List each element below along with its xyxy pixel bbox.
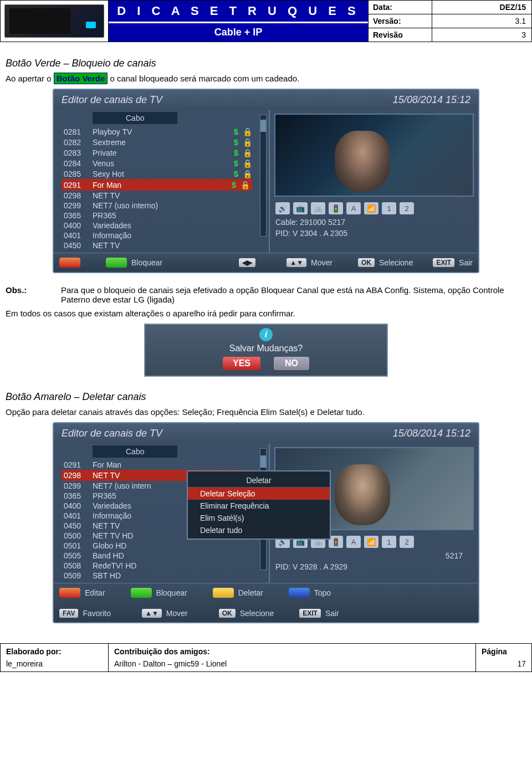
channel-row[interactable]: 0291For Man — [64, 460, 252, 470]
info-label-data: Data: — [369, 1, 432, 14]
a-icon[interactable]: A — [346, 202, 361, 214]
yellow-button-icon[interactable] — [213, 588, 234, 598]
tv-datetime: 15/08/2014 15:12 — [393, 94, 470, 106]
bike-icon[interactable]: 🚲 — [311, 202, 325, 214]
exit-key-icon-2[interactable]: EXIT — [299, 609, 321, 618]
channel-row[interactable]: 0509SBT HD — [64, 571, 252, 581]
channel-row[interactable]: 0299NET7 (uso interno) — [64, 201, 252, 211]
dialog-yes-button[interactable]: YES — [223, 357, 260, 370]
red-button-icon[interactable] — [59, 258, 80, 268]
blue-button-icon[interactable] — [289, 588, 310, 598]
lock-icon: 🔒 — [243, 148, 252, 157]
dollar-icon: $ — [234, 169, 238, 178]
dollar-icon: $ — [234, 127, 238, 136]
info-val-data: DEZ/15 — [432, 1, 531, 14]
channel-row[interactable]: 0501Globo HD — [64, 541, 252, 551]
exit-key-icon[interactable]: EXIT — [433, 258, 454, 267]
obs-block: Obs.: Para que o bloqueio de canais seja… — [6, 285, 526, 304]
green-button-icon[interactable] — [106, 258, 127, 268]
dialog-no-button[interactable]: NO — [274, 357, 309, 370]
section-heading-green: Botão Verde – Bloqueio de canais — [6, 58, 526, 69]
fav-label: Favorito — [83, 609, 111, 618]
ok-key-icon[interactable]: OK — [358, 258, 375, 267]
signal-icon[interactable]: 📶 — [364, 202, 378, 214]
obs-text: Para que o bloqueio de canais seja efeti… — [61, 285, 526, 304]
dollar-icon: $ — [234, 148, 238, 157]
ok-key-icon-2[interactable]: OK — [219, 609, 236, 618]
channel-row[interactable]: 0298NET TV — [64, 191, 252, 201]
dialog-question: Salvar Mudanças? — [145, 343, 387, 353]
channel-row[interactable]: 0291For Man$🔒 — [62, 179, 252, 191]
info-icon: i — [259, 328, 273, 341]
red-button-icon[interactable] — [59, 588, 80, 598]
ok-label-2: Selecione — [240, 609, 274, 618]
arrow-key-icon[interactable]: ◀▶ — [239, 258, 255, 267]
info-label-versao: Versão: — [369, 14, 432, 28]
exit-label-2: Sair — [325, 609, 339, 618]
traffic-icon[interactable]: 🚦 — [329, 202, 343, 214]
tv-screenshot-2: Editor de canais de TV 15/08/2014 15:12 … — [53, 422, 479, 623]
tv-title: Editor de canais de TV — [62, 94, 162, 106]
channel-row[interactable]: 0284Venus$🔒 — [64, 158, 252, 168]
delete-menu-item[interactable]: Deletar tudo — [188, 524, 330, 536]
header-mid: D I C A S E T R U Q U E S Cable + IP — [109, 1, 368, 42]
channel-row[interactable]: 0400Variedades — [64, 221, 252, 230]
lock-icon: 🔒 — [243, 170, 252, 178]
obs-label: Obs.: — [6, 285, 44, 304]
channel-row[interactable]: 0285Sexy Hot$🔒 — [64, 168, 252, 179]
fav-key-icon[interactable]: FAV — [59, 609, 78, 618]
green-label: Bloquear — [131, 258, 162, 267]
channel-row[interactable]: 0401Informação — [64, 230, 252, 240]
channel-row[interactable]: 0505Band HD — [64, 551, 252, 561]
delete-menu[interactable]: DeletarDeletar SeleçãoEliminar Frequênci… — [187, 470, 331, 540]
footer-elab-label: Elaborado por: — [6, 647, 103, 656]
a-icon[interactable]: A — [346, 536, 361, 548]
info-num-2: 5217 — [274, 550, 474, 561]
delete-menu-item[interactable]: Eliminar Frequência — [188, 500, 330, 512]
channel-scrollbar[interactable] — [260, 115, 267, 237]
footer-contrib-label: Contribuição dos amigos: — [114, 647, 470, 656]
green-label-2: Bloquear — [156, 588, 187, 597]
info-icon[interactable]: 📺 — [293, 202, 308, 214]
ok-label: Selecione — [379, 258, 413, 267]
delete-menu-item[interactable]: Elim Satél(s) — [188, 512, 330, 524]
tv-tab-cabo-2[interactable]: Cabo — [93, 445, 177, 458]
lock-icon: 🔒 — [243, 159, 252, 168]
video-preview — [274, 114, 474, 197]
channel-row[interactable]: 0450NET TV — [64, 240, 252, 250]
dollar-icon: $ — [234, 137, 238, 147]
num2-icon[interactable]: 2 — [400, 202, 414, 214]
channel-row[interactable]: 0283Private$🔒 — [64, 147, 252, 158]
tv-screenshot-1: Editor de canais de TV 15/08/2014 15:12 … — [53, 89, 479, 273]
lock-icon: 🔒 — [243, 127, 252, 136]
channel-row[interactable]: 0281Playboy TV$🔒 — [64, 126, 252, 137]
red-label: Editar — [85, 588, 105, 597]
page-header: D I C A S E T R U Q U E S Cable + IP Dat… — [0, 0, 532, 42]
delete-menu-item[interactable]: Deletar Seleção — [188, 488, 330, 500]
obs-after: Em todos os casos que existam alterações… — [6, 309, 526, 318]
dollar-icon: $ — [232, 180, 236, 189]
channel-row[interactable]: 0365PR365 — [64, 211, 252, 221]
num1-icon[interactable]: 1 — [382, 536, 396, 548]
section-text-green: Ao apertar o Botão Verde o canal bloquea… — [6, 74, 526, 83]
vol-icon[interactable]: 🔊 — [275, 202, 290, 214]
section-heading-yellow: Botão Amarelo – Deletar canais — [6, 391, 526, 403]
channel-row[interactable]: 0508RedeTV! HD — [64, 561, 252, 571]
num2-icon[interactable]: 2 — [400, 536, 414, 548]
mover-label-2: Mover — [166, 609, 188, 618]
delete-menu-title: Deletar — [188, 474, 330, 488]
channel-row[interactable]: 0282Sextreme$🔒 — [64, 137, 252, 147]
exit-label: Sair — [459, 258, 473, 267]
updown-key-icon-2[interactable]: ▲▼ — [142, 609, 162, 618]
blue-label: Topo — [314, 588, 331, 597]
green-button-icon[interactable] — [131, 588, 152, 598]
product-photo — [1, 1, 109, 42]
updown-key-icon[interactable]: ▲▼ — [287, 258, 306, 267]
num1-icon[interactable]: 1 — [382, 202, 396, 214]
doc-title: D I C A S E T R U Q U E S — [109, 1, 368, 22]
info-val-revisao: 3 — [432, 28, 531, 42]
highlight-green: Botão Verde — [54, 73, 108, 84]
signal-icon[interactable]: 📶 — [364, 536, 378, 548]
tv-datetime-2: 15/08/2014 15:12 — [393, 428, 470, 439]
tv-tab-cabo[interactable]: Cabo — [93, 112, 177, 124]
